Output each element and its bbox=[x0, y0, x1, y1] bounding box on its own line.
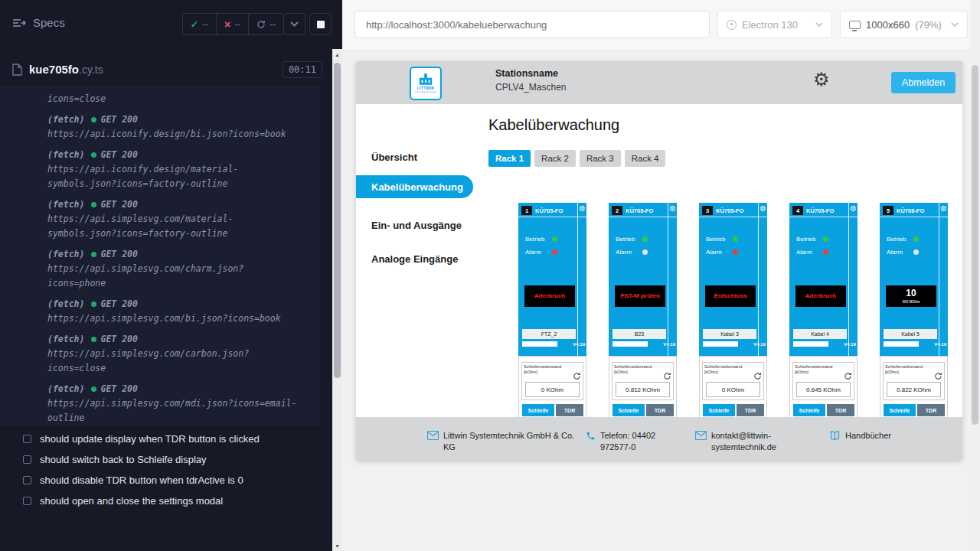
stop-run-button[interactable] bbox=[309, 13, 332, 35]
divider bbox=[699, 217, 767, 217]
scroll-down-icon[interactable]: ▼ bbox=[332, 540, 342, 551]
status-display: PST-M prüfen bbox=[615, 285, 665, 307]
nav-item-uebersicht[interactable]: Übersicht bbox=[371, 152, 417, 163]
fetch-tag: (fetch) bbox=[47, 197, 84, 212]
tdr-button[interactable]: TDR bbox=[917, 404, 945, 416]
divider bbox=[848, 203, 849, 356]
firmware-version: V4.19 bbox=[573, 342, 585, 347]
browser-select[interactable]: Electron 130 bbox=[717, 11, 832, 38]
betrieb-led bbox=[733, 236, 738, 242]
fetch-url: https://api.simplesvg.com/charm.json?ico… bbox=[47, 262, 300, 291]
littwin-logo: LITTWIN SYSTEMTECHNIK bbox=[410, 67, 442, 100]
page-scrollbar[interactable] bbox=[970, 0, 980, 551]
spec-timer: 00:11 bbox=[283, 61, 322, 78]
pending-count: -- bbox=[270, 19, 276, 30]
footer-phone[interactable]: Telefon: 04402 972577-0 bbox=[586, 430, 671, 453]
footer-email[interactable]: kontakt@littwin-systemtechnik.de bbox=[695, 430, 789, 453]
test-title: should open and close the settings modal bbox=[40, 495, 223, 507]
nav-item-ein-und-ausgaenge[interactable]: Ein- und Ausgänge bbox=[371, 220, 462, 231]
scrollbar-thumb[interactable] bbox=[334, 63, 341, 378]
resistance-box: Schleifenwiderstand [kOhm] 0.812 KOhm bbox=[612, 362, 674, 400]
log-entry[interactable]: (fetch)GET 200 https://api.simplesvg.com… bbox=[47, 297, 320, 326]
schleife-button[interactable]: Schleife bbox=[612, 404, 645, 416]
cable-name-label: FTZ_2 bbox=[522, 329, 576, 339]
card-settings-gear-icon[interactable]: ⚙ bbox=[579, 205, 586, 213]
divider bbox=[758, 203, 759, 356]
nav-item-kabelueberwachung[interactable]: Kabelüberwachung bbox=[356, 175, 473, 198]
tdr-button[interactable]: TDR bbox=[556, 404, 583, 416]
viewport-zoom: (79%) bbox=[915, 19, 942, 31]
logout-button[interactable]: Abmelden bbox=[891, 72, 956, 93]
log-entry[interactable]: (fetch)GET 200 https://api.simplesvg.com… bbox=[47, 332, 320, 376]
measure-label: Schleifenwiderstand [kOhm] bbox=[885, 364, 934, 375]
schleife-button[interactable]: Schleife bbox=[703, 404, 735, 416]
failed-x-icon: × bbox=[224, 19, 230, 30]
log-entry[interactable]: (fetch)GET 200 https://api.simplesvg.com… bbox=[47, 197, 320, 241]
schleife-button[interactable]: Schleife bbox=[793, 404, 825, 416]
card-settings-gear-icon[interactable]: ⚙ bbox=[760, 205, 766, 213]
card-settings-gear-icon[interactable]: ⚙ bbox=[669, 205, 676, 213]
betrieb-led bbox=[552, 236, 557, 242]
refresh-icon[interactable] bbox=[753, 372, 762, 380]
viewport-select[interactable]: 1000x660 (79%) bbox=[840, 11, 968, 38]
spec-file-row[interactable]: kue705fo.cy.ts 00:11 bbox=[12, 58, 322, 81]
tdr-button[interactable]: TDR bbox=[646, 404, 674, 416]
stop-icon bbox=[317, 21, 325, 28]
cable-name-label: Kabel 5 bbox=[884, 329, 937, 339]
card-model-label: KÜ705-FO bbox=[716, 207, 743, 214]
firmware-version: V4.19 bbox=[844, 342, 856, 347]
scroll-up-icon[interactable]: ▲ bbox=[332, 49, 342, 60]
divider bbox=[880, 217, 948, 217]
test-item[interactable]: should switch back to Schleife display bbox=[0, 449, 329, 470]
tab-rack-1[interactable]: Rack 1 bbox=[488, 150, 531, 167]
resistance-value: 0.645 KOhm bbox=[796, 382, 851, 397]
firmware-version: V4.19 bbox=[663, 342, 675, 347]
log-entry[interactable]: (fetch)GET 200 https://api.simplesvg.com… bbox=[47, 247, 320, 291]
test-item[interactable]: should disable TDR button when tdrActive… bbox=[0, 470, 329, 491]
collapse-reporter-button[interactable] bbox=[283, 13, 305, 35]
url-input[interactable] bbox=[354, 11, 710, 38]
logo-subtext: SYSTEMTECHNIK bbox=[415, 91, 436, 94]
test-item[interactable]: should open and close the settings modal bbox=[0, 491, 329, 511]
fetch-tag: (fetch) bbox=[47, 112, 84, 127]
measure-label: Schleifenwiderstand [kOhm] bbox=[524, 364, 573, 375]
tab-rack-3[interactable]: Rack 3 bbox=[580, 150, 621, 167]
viewport-icon bbox=[849, 21, 861, 29]
iso-value: 10 bbox=[906, 289, 916, 299]
schleife-button[interactable]: Schleife bbox=[522, 404, 554, 416]
test-item[interactable]: should update display when TDR button is… bbox=[0, 429, 329, 449]
fetch-url: https://api.simplesvg.com/mdi.json?icons… bbox=[47, 396, 300, 425]
tdr-button[interactable]: TDR bbox=[737, 404, 764, 416]
log-entry[interactable]: (fetch)GET 200 https://api.iconify.desig… bbox=[47, 112, 320, 142]
test-state-icon bbox=[23, 455, 31, 464]
log-entry[interactable]: (fetch)GET 200 https://api.iconify.desig… bbox=[47, 148, 320, 191]
status-dot-icon bbox=[91, 302, 96, 307]
schleife-button[interactable]: Schleife bbox=[884, 404, 916, 416]
refresh-icon[interactable] bbox=[663, 372, 671, 380]
refresh-icon[interactable] bbox=[844, 372, 852, 380]
fetch-status: GET 200 bbox=[100, 197, 137, 212]
tdr-button[interactable]: TDR bbox=[827, 404, 854, 416]
resistance-value: 0 KOhm bbox=[706, 382, 760, 397]
resistance-value: 0 KOhm bbox=[525, 382, 580, 397]
tab-rack-2[interactable]: Rack 2 bbox=[534, 150, 576, 167]
status-display: Aderbruch bbox=[524, 285, 575, 307]
app-header: LITTWIN SYSTEMTECHNIK Stationsname CPLV4… bbox=[356, 61, 962, 104]
specs-menu-button[interactable]: Specs bbox=[12, 16, 65, 29]
tab-rack-4[interactable]: Rack 4 bbox=[625, 150, 666, 167]
refresh-icon[interactable] bbox=[573, 372, 581, 380]
station-name: CPLV4_Maschen bbox=[495, 82, 567, 93]
nav-item-analoge-eingaenge[interactable]: Analoge Eingänge bbox=[371, 253, 458, 265]
card-settings-gear-icon[interactable]: ⚙ bbox=[940, 205, 947, 213]
settings-gear-icon[interactable]: ⚙ bbox=[813, 70, 830, 89]
scrollbar-thumb[interactable] bbox=[972, 65, 978, 425]
log-entry[interactable]: (fetch)GET 200 https://api.simplesvg.com… bbox=[47, 382, 320, 425]
card-settings-gear-icon[interactable]: ⚙ bbox=[850, 205, 857, 213]
test-state-icon bbox=[23, 497, 31, 505]
refresh-icon[interactable] bbox=[934, 372, 942, 380]
footer-manuals-link[interactable]: Handbücher bbox=[829, 430, 921, 442]
alarm-label: Alarm bbox=[796, 249, 812, 256]
reporter-scrollbar[interactable]: ▲ ▼ bbox=[332, 49, 342, 551]
fetch-status: GET 200 bbox=[100, 247, 137, 262]
card-model-label: KÜ705-FO bbox=[535, 207, 563, 214]
